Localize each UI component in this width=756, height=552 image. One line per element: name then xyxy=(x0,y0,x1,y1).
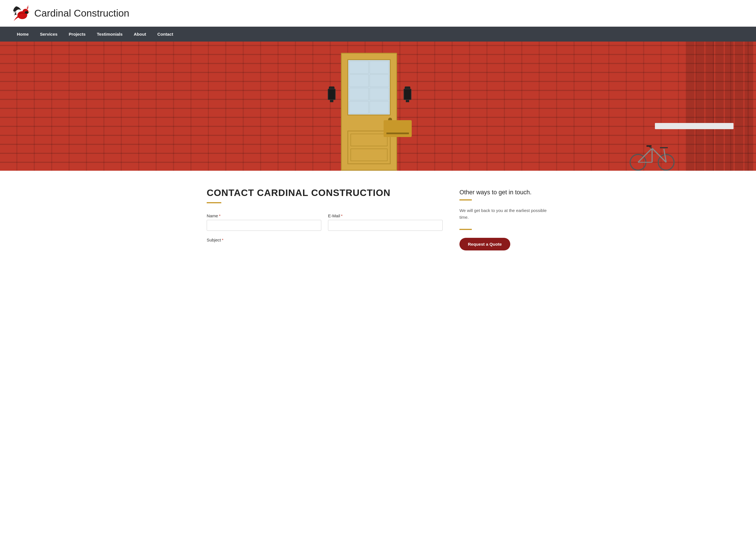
panel-strip xyxy=(735,41,743,171)
panel-strip xyxy=(725,41,734,171)
door-window xyxy=(347,59,391,115)
site-title: Cardinal Construction xyxy=(34,8,129,19)
nav-projects[interactable]: Projects xyxy=(63,27,91,41)
nav-services[interactable]: Services xyxy=(34,27,63,41)
right-panels xyxy=(683,41,756,171)
lantern-top xyxy=(405,87,410,89)
subject-form-group: Subject* xyxy=(207,238,443,243)
door-container xyxy=(341,41,403,171)
subject-label: Subject* xyxy=(207,238,224,242)
request-quote-button[interactable]: Request a Quote xyxy=(460,238,510,251)
name-input[interactable] xyxy=(207,220,321,231)
panel-strip xyxy=(696,41,704,171)
panel-strip xyxy=(745,41,753,171)
form-row-name-email: Name* E-Mail* xyxy=(207,214,443,231)
contact-section: CONTACT CARDINAL CONSTRUCTION Name* E-Ma… xyxy=(207,187,443,251)
hero-scene xyxy=(0,41,756,171)
lantern-base xyxy=(406,100,409,102)
window-pane xyxy=(370,88,389,101)
name-label: Name* xyxy=(207,214,321,218)
window-pane xyxy=(349,101,369,114)
panel-strip xyxy=(686,41,695,171)
lantern-body xyxy=(328,89,336,100)
door-panel xyxy=(351,134,388,146)
email-input[interactable] xyxy=(328,220,443,231)
left-lantern xyxy=(328,87,336,103)
sidebar-description: We will get back to you at the earliest … xyxy=(460,207,549,221)
lantern-body xyxy=(403,89,411,100)
cardinal-logo xyxy=(11,3,31,23)
window-pane xyxy=(370,61,389,74)
svg-line-9 xyxy=(649,147,652,148)
logo-container: Cardinal Construction xyxy=(11,3,129,23)
sidebar-divider xyxy=(460,229,472,230)
nav-contact[interactable]: Contact xyxy=(152,27,179,41)
panel-strip xyxy=(706,41,714,171)
window-pane xyxy=(349,88,369,101)
window-pane xyxy=(349,75,369,87)
nav-about[interactable]: About xyxy=(128,27,152,41)
mailbox-slot xyxy=(386,133,409,134)
contact-sidebar: Other ways to get in touch. We will get … xyxy=(460,187,549,251)
main-content: CONTACT CARDINAL CONSTRUCTION Name* E-Ma… xyxy=(196,171,560,267)
email-label: E-Mail* xyxy=(328,214,443,218)
mailbox xyxy=(384,120,412,137)
lantern-top xyxy=(329,87,335,89)
window-pane xyxy=(349,61,369,74)
bicycle xyxy=(630,137,674,171)
window-sill xyxy=(655,123,734,129)
window-pane xyxy=(370,101,389,114)
sidebar-underline xyxy=(460,199,472,200)
sidebar-title: Other ways to get in touch. xyxy=(460,189,549,196)
lantern-base xyxy=(330,100,333,102)
contact-form: Name* E-Mail* Subject* xyxy=(207,214,443,243)
site-header: Cardinal Construction xyxy=(0,0,756,27)
title-underline xyxy=(207,202,221,203)
navbar: Home Services Projects Testimonials Abou… xyxy=(0,27,756,41)
door-panel xyxy=(351,149,388,161)
right-lantern xyxy=(403,87,412,103)
nav-testimonials[interactable]: Testimonials xyxy=(91,27,128,41)
nav-home[interactable]: Home xyxy=(11,27,34,41)
hero-image xyxy=(0,41,756,171)
contact-section-title: CONTACT CARDINAL CONSTRUCTION xyxy=(207,187,443,198)
panel-strip xyxy=(715,41,724,171)
email-form-group: E-Mail* xyxy=(328,214,443,231)
name-form-group: Name* xyxy=(207,214,321,231)
window-pane xyxy=(370,75,389,87)
door xyxy=(341,53,397,171)
